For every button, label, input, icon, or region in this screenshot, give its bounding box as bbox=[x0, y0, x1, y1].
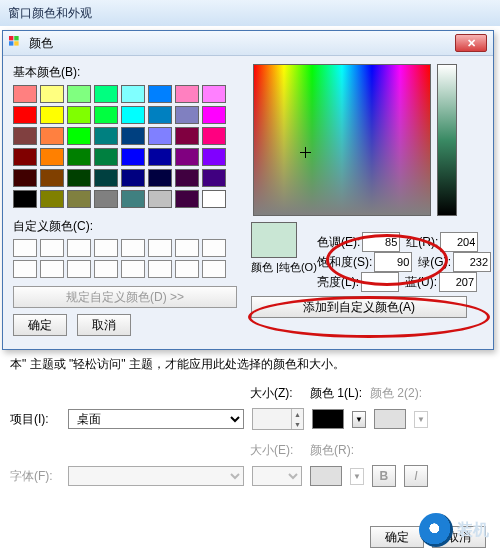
sat-input[interactable] bbox=[374, 252, 412, 272]
color1-well[interactable] bbox=[312, 409, 344, 429]
ok-button[interactable]: 确定 bbox=[13, 314, 67, 336]
custom-swatch[interactable] bbox=[121, 260, 145, 278]
close-button[interactable]: ✕ bbox=[455, 34, 487, 52]
basic-swatch[interactable] bbox=[67, 85, 91, 103]
basic-swatch[interactable] bbox=[121, 106, 145, 124]
basic-swatch[interactable] bbox=[67, 127, 91, 145]
basic-swatch[interactable] bbox=[121, 190, 145, 208]
eye-logo-icon bbox=[419, 513, 453, 547]
color-spectrum[interactable] bbox=[253, 64, 431, 216]
basic-swatch[interactable] bbox=[94, 85, 118, 103]
basic-swatch[interactable] bbox=[148, 106, 172, 124]
watermark: 装机 bbox=[414, 510, 494, 550]
basic-swatch[interactable] bbox=[175, 148, 199, 166]
basic-swatch[interactable] bbox=[148, 127, 172, 145]
basic-swatch[interactable] bbox=[148, 148, 172, 166]
hint-text: 本" 主题或 "轻松访问" 主题，才能应用此处选择的颜色和大小。 bbox=[10, 356, 486, 373]
basic-swatch[interactable] bbox=[175, 106, 199, 124]
luminance-slider[interactable] bbox=[437, 64, 457, 216]
basic-swatch[interactable] bbox=[121, 127, 145, 145]
red-input[interactable] bbox=[440, 232, 478, 252]
basic-swatch[interactable] bbox=[121, 85, 145, 103]
basic-swatch[interactable] bbox=[175, 85, 199, 103]
green-label: 绿(G): bbox=[418, 254, 451, 271]
red-label: 红(R): bbox=[406, 234, 438, 251]
basic-swatch[interactable] bbox=[202, 148, 226, 166]
basic-swatch[interactable] bbox=[148, 85, 172, 103]
custom-colors-label: 自定义颜色(C): bbox=[13, 218, 237, 235]
green-input[interactable] bbox=[453, 252, 491, 272]
basic-swatch[interactable] bbox=[67, 148, 91, 166]
basic-swatch[interactable] bbox=[94, 190, 118, 208]
define-custom-button[interactable]: 规定自定义颜色(D) >> bbox=[13, 286, 237, 308]
basic-swatch[interactable] bbox=[202, 190, 226, 208]
preview-label: 颜色 |纯色(O) bbox=[251, 260, 309, 275]
basic-swatch[interactable] bbox=[40, 190, 64, 208]
basic-swatch[interactable] bbox=[202, 127, 226, 145]
basic-swatch[interactable] bbox=[40, 85, 64, 103]
custom-swatch[interactable] bbox=[148, 260, 172, 278]
basic-swatch[interactable] bbox=[67, 106, 91, 124]
custom-swatch[interactable] bbox=[175, 239, 199, 257]
hue-input[interactable] bbox=[362, 232, 400, 252]
basic-colors-grid bbox=[13, 85, 237, 208]
basic-swatch[interactable] bbox=[13, 190, 37, 208]
custom-swatch[interactable] bbox=[40, 260, 64, 278]
basic-swatch[interactable] bbox=[121, 169, 145, 187]
custom-swatch[interactable] bbox=[94, 260, 118, 278]
basic-swatch[interactable] bbox=[175, 169, 199, 187]
size-header: 大小(Z): bbox=[250, 385, 310, 402]
blue-input[interactable] bbox=[439, 272, 477, 292]
font-label: 字体(F): bbox=[10, 468, 60, 485]
lum-input[interactable] bbox=[361, 272, 399, 292]
custom-swatch[interactable] bbox=[148, 239, 172, 257]
chevron-down-icon[interactable]: ▼ bbox=[352, 411, 366, 428]
basic-swatch[interactable] bbox=[148, 190, 172, 208]
custom-swatch[interactable] bbox=[13, 260, 37, 278]
cancel-button[interactable]: 取消 bbox=[77, 314, 131, 336]
basic-swatch[interactable] bbox=[94, 127, 118, 145]
basic-swatch[interactable] bbox=[148, 169, 172, 187]
custom-swatch[interactable] bbox=[121, 239, 145, 257]
item-select[interactable]: 桌面 bbox=[68, 409, 244, 429]
basic-swatch[interactable] bbox=[13, 169, 37, 187]
basic-swatch[interactable] bbox=[13, 106, 37, 124]
add-custom-color-button[interactable]: 添加到自定义颜色(A) bbox=[251, 296, 467, 318]
custom-swatch[interactable] bbox=[13, 239, 37, 257]
blue-label: 蓝(U): bbox=[405, 274, 437, 291]
appearance-title-bar: 窗口颜色和外观 bbox=[0, 0, 500, 26]
basic-swatch[interactable] bbox=[94, 169, 118, 187]
basic-swatch[interactable] bbox=[175, 127, 199, 145]
basic-swatch[interactable] bbox=[202, 106, 226, 124]
basic-swatch[interactable] bbox=[67, 190, 91, 208]
custom-swatch[interactable] bbox=[67, 260, 91, 278]
custom-swatch[interactable] bbox=[202, 239, 226, 257]
basic-swatch[interactable] bbox=[40, 169, 64, 187]
fcolor-header: 颜色(R): bbox=[310, 442, 370, 459]
basic-swatch[interactable] bbox=[94, 148, 118, 166]
custom-swatch[interactable] bbox=[94, 239, 118, 257]
basic-swatch[interactable] bbox=[13, 148, 37, 166]
watermark-text: 装机 bbox=[457, 520, 489, 541]
bold-button: B bbox=[372, 465, 396, 487]
basic-swatch[interactable] bbox=[94, 106, 118, 124]
basic-swatch[interactable] bbox=[121, 148, 145, 166]
custom-swatch[interactable] bbox=[175, 260, 199, 278]
font-select bbox=[68, 466, 244, 486]
custom-swatch[interactable] bbox=[67, 239, 91, 257]
basic-swatch[interactable] bbox=[67, 169, 91, 187]
size-stepper[interactable]: ▲▼ bbox=[252, 408, 304, 430]
basic-swatch[interactable] bbox=[13, 127, 37, 145]
basic-swatch[interactable] bbox=[13, 85, 37, 103]
custom-swatch[interactable] bbox=[202, 260, 226, 278]
chevron-down-icon: ▼ bbox=[414, 411, 428, 428]
basic-swatch[interactable] bbox=[40, 106, 64, 124]
basic-swatch[interactable] bbox=[202, 85, 226, 103]
sat-label: 饱和度(S): bbox=[317, 254, 372, 271]
custom-swatch[interactable] bbox=[40, 239, 64, 257]
basic-swatch[interactable] bbox=[40, 127, 64, 145]
basic-swatch[interactable] bbox=[40, 148, 64, 166]
basic-swatch[interactable] bbox=[202, 169, 226, 187]
basic-swatch[interactable] bbox=[175, 190, 199, 208]
chevron-down-icon: ▼ bbox=[292, 419, 303, 429]
